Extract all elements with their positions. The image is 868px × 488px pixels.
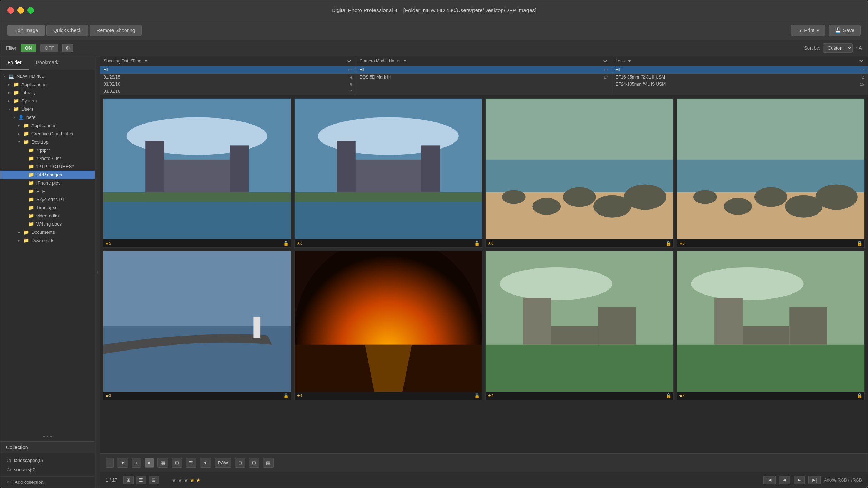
filter-on-button[interactable]: ON	[21, 44, 36, 52]
remote-shooting-button[interactable]: Remote Shooting	[90, 25, 142, 36]
quick-check-button[interactable]: Quick Check	[46, 25, 88, 36]
collection-item-icon: 🗂	[6, 467, 11, 472]
svg-rect-46	[789, 307, 827, 345]
print-button[interactable]: 🖨 Print ▾	[791, 25, 825, 36]
maximize-button[interactable]	[27, 7, 34, 14]
window-controls	[7, 7, 34, 14]
sidebar-tree-item[interactable]: 📁DPP images	[0, 171, 95, 179]
statusbar: 1 / 17 ⊞ ☰ ⊟ ★ ★ ★ ★ ★ |◄ ◄ ► ►|	[100, 472, 868, 488]
rate-3-button[interactable]: ★	[184, 477, 189, 483]
grid-view-button[interactable]: ⊞	[123, 476, 134, 484]
bottom-toolbar-button-7[interactable]: ▼	[200, 458, 211, 468]
bottom-toolbar-button-1[interactable]: ▼	[117, 458, 128, 468]
bottom-toolbar-button-2[interactable]: +	[132, 458, 141, 468]
collection-item-icon: 🗂	[6, 457, 11, 463]
sidebar-tree-item[interactable]: ▸📁System	[0, 97, 95, 105]
rate-5-button[interactable]: ★	[196, 477, 201, 483]
filter-row[interactable]: 03/03/167	[100, 88, 356, 95]
rate-2-button[interactable]: ★	[178, 477, 182, 483]
image-cell[interactable]: ★3🔒	[677, 98, 865, 248]
bottom-toolbar-button-0[interactable]: -	[106, 458, 114, 468]
minimize-button[interactable]	[17, 7, 24, 14]
bottom-toolbar-button-9[interactable]: ⊟	[235, 458, 245, 468]
filter-row[interactable]: All17	[356, 66, 612, 74]
filter-row[interactable]: All17	[100, 66, 356, 74]
rate-4-button[interactable]: ★	[190, 477, 195, 483]
filter-row[interactable]: 03/02/166	[100, 81, 356, 88]
sidebar-tree-item[interactable]: ▾💻NEW HD 480	[0, 72, 95, 80]
sidebar-collapse-handle[interactable]: ‹	[95, 56, 100, 488]
image-cell[interactable]: ★3🔒	[294, 98, 483, 248]
close-button[interactable]	[7, 7, 14, 14]
bottom-toolbar-button-11[interactable]: ▦	[263, 458, 274, 468]
image-cell[interactable]: ★5🔒	[677, 251, 865, 400]
sidebar-tree-item[interactable]: ▸📁Library	[0, 89, 95, 97]
sidebar-tree-item[interactable]: 📁*PTP PICTURES*	[0, 162, 95, 171]
first-image-button[interactable]: |◄	[763, 476, 776, 484]
filter-off-button[interactable]: OFF	[40, 44, 58, 52]
tree-folder-icon: 📁	[23, 131, 30, 136]
filter-lens-select[interactable]: ▾	[627, 58, 864, 64]
sidebar-tree-item[interactable]: ▾📁Desktop	[0, 138, 95, 146]
tree-arrow-icon: ▸	[18, 230, 23, 234]
sidebar-tree-item[interactable]: 📁iPhone pics	[0, 179, 95, 187]
bottom-toolbar-button-6[interactable]: ☰	[186, 458, 196, 468]
filter-row[interactable]: EF16-35mm f/2.8L II USM2	[612, 74, 868, 81]
sidebar-tree-item[interactable]: 📁video edits	[0, 212, 95, 220]
tree-item-label: video edits	[36, 213, 59, 218]
rate-1-button[interactable]: ★	[172, 477, 176, 483]
next-image-button[interactable]: ►	[794, 476, 805, 484]
list-view-button[interactable]: ☰	[136, 476, 146, 484]
image-cell[interactable]: ★3🔒	[103, 251, 291, 400]
add-collection-button[interactable]: + + Add collection	[0, 476, 95, 488]
sort-select[interactable]: Custom Date Name	[823, 43, 853, 53]
image-cell[interactable]: ★4🔒	[294, 251, 483, 400]
save-button[interactable]: 💾 Save	[829, 25, 861, 36]
bottom-toolbar-button-4[interactable]: ▦	[157, 458, 168, 468]
filter-row[interactable]: EOS 5D Mark III17	[356, 74, 612, 81]
tab-bookmark[interactable]: Bookmark	[29, 56, 66, 70]
sidebar-tree-item[interactable]: 📁Writing docs	[0, 220, 95, 228]
filter-row[interactable]: 01/28/154	[100, 74, 356, 81]
bottom-toolbar-button-8[interactable]: RAW	[215, 458, 232, 468]
filter-settings-button[interactable]: ⚙	[62, 44, 73, 52]
filter-col-camera: Camera Model Name ▾ All17EOS 5D Mark III…	[356, 56, 612, 95]
filter-camera-select[interactable]: ▾	[402, 58, 608, 64]
image-cell[interactable]: ★5🔒	[103, 98, 291, 248]
filter-row[interactable]: All17	[612, 66, 868, 74]
bottom-toolbar-button-10[interactable]: ⊞	[249, 458, 259, 468]
sidebar-tree-item[interactable]: ▸📁Documents	[0, 228, 95, 236]
image-cell[interactable]: ★4🔒	[485, 251, 674, 400]
svg-point-37	[500, 267, 612, 300]
sidebar-tree-item[interactable]: 📁**ptp**	[0, 146, 95, 154]
collection-title: Collection	[6, 444, 28, 450]
filter-row-label: All	[360, 67, 364, 72]
sidebar-tree-item[interactable]: ▸📁Downloads	[0, 236, 95, 245]
filter-row-label: All	[104, 67, 108, 72]
image-cell[interactable]: ★3🔒	[485, 98, 674, 248]
filmstrip-view-button[interactable]: ⊟	[149, 476, 159, 484]
sidebar-tree-item[interactable]: ▾📁Users	[0, 105, 95, 113]
filter-row[interactable]: EF24-105mm f/4L IS USM15	[612, 81, 868, 88]
filter-date-select[interactable]: ▾	[144, 58, 352, 64]
sidebar-tree-item[interactable]: ▸📁Creative Cloud Files	[0, 130, 95, 138]
sidebar-tree-item[interactable]: 📁PTP	[0, 187, 95, 195]
sidebar-tree-item[interactable]: 📁Skye edits PT	[0, 195, 95, 203]
raw-badge-icon: 🔒	[283, 393, 289, 398]
tree-item-label: Applications	[31, 123, 56, 128]
last-image-button[interactable]: ►|	[808, 476, 821, 484]
edit-image-button[interactable]: Edit Image	[7, 25, 45, 36]
tree-folder-icon: 📁	[28, 197, 35, 202]
sidebar-tree-item[interactable]: 📁Timelapse	[0, 203, 95, 212]
collection-item[interactable]: 🗂sunsets(0)	[0, 465, 95, 474]
bottom-toolbar-button-5[interactable]: ⊞	[172, 458, 182, 468]
prev-image-button[interactable]: ◄	[779, 476, 790, 484]
bottom-toolbar-button-3[interactable]: ■	[145, 458, 154, 468]
sidebar-tree-item[interactable]: ▸📁Applications	[0, 121, 95, 130]
sidebar-tree-item[interactable]: ▸📁Applications	[0, 80, 95, 89]
sidebar-tree-item[interactable]: 📁*PhotoPlus*	[0, 154, 95, 162]
sidebar-tree-item[interactable]: ▾👤pete	[0, 113, 95, 121]
collection-item[interactable]: 🗂landscapes(0)	[0, 456, 95, 465]
tab-folder[interactable]: Folder	[0, 56, 29, 70]
tree-arrow-icon: ▾	[18, 140, 23, 144]
